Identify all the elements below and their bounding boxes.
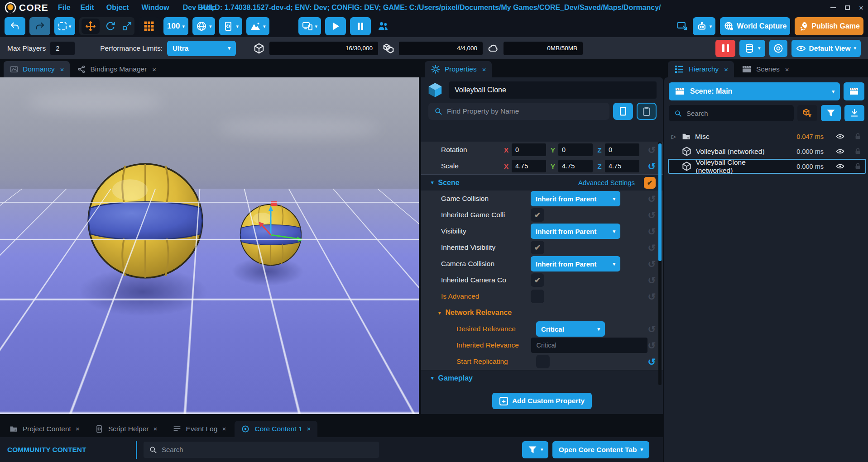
- play-button[interactable]: [325, 17, 346, 35]
- multiplayer-preview-button[interactable]: [377, 20, 389, 33]
- ai-assistant-dropdown[interactable]: ▾: [693, 17, 716, 35]
- section-network-relevance[interactable]: ▾Network Relevance: [421, 305, 663, 321]
- reset-icon[interactable]: ↺: [647, 243, 656, 252]
- close-button[interactable]: ×: [859, 4, 863, 12]
- property-search-input[interactable]: Find Property by Name: [428, 103, 609, 120]
- reset-icon[interactable]: ↺: [647, 194, 656, 204]
- menu-dev[interactable]: Dev: [183, 4, 196, 12]
- script-dropdown[interactable]: ▾: [219, 17, 242, 35]
- z-input[interactable]: 4.75: [605, 160, 639, 172]
- property-row[interactable]: VisibilityInherit from Parent▾↺: [421, 223, 663, 239]
- scene-viewport[interactable]: [0, 77, 419, 414]
- property-row[interactable]: Inherited Visibility↺: [421, 239, 663, 256]
- world-mode-dropdown[interactable]: ▾: [192, 17, 216, 35]
- menu-window[interactable]: Window: [142, 4, 169, 12]
- close-tab-icon[interactable]: ×: [222, 425, 226, 433]
- pause-button[interactable]: [350, 17, 371, 35]
- reset-icon[interactable]: ↺: [647, 341, 656, 350]
- close-tab-icon[interactable]: ×: [482, 66, 486, 73]
- y-input[interactable]: 4.75: [558, 160, 593, 172]
- lock-icon[interactable]: [854, 162, 862, 170]
- section-scene[interactable]: ▾SceneAdvanced Settings✔: [421, 174, 663, 191]
- redo-button[interactable]: [29, 17, 50, 35]
- filter-button[interactable]: [821, 105, 841, 121]
- undo-button[interactable]: [5, 17, 25, 35]
- tab-hierarchy[interactable]: Hierarchy ×: [668, 61, 734, 77]
- tab-event-log[interactable]: Event Log ×: [166, 421, 233, 437]
- maximize-button[interactable]: [845, 5, 850, 10]
- menu-file[interactable]: File: [58, 4, 71, 12]
- close-tab-icon[interactable]: ×: [76, 425, 80, 433]
- property-row[interactable]: RotationX0 Y0 Z0↺: [421, 142, 663, 158]
- reset-icon[interactable]: ↺: [647, 259, 656, 269]
- hierarchy-row-volleyball-networked[interactable]: Volleyball (networked) 0.000 ms: [668, 144, 866, 159]
- property-row[interactable]: Inherited RelevanceCritical↺: [421, 337, 663, 353]
- minimize-button[interactable]: [830, 7, 836, 8]
- performance-limits-dropdown[interactable]: Ultra▾: [167, 41, 236, 56]
- tab-dormancy[interactable]: Dormancy ×: [4, 61, 70, 77]
- hierarchy-search-input[interactable]: Search: [669, 105, 794, 121]
- expander-icon[interactable]: ▷: [671, 133, 677, 140]
- tab-script-helper[interactable]: Script Helper ×: [88, 421, 164, 437]
- advanced-settings-checkbox[interactable]: ✔: [644, 177, 656, 189]
- visibility-eye-icon[interactable]: [836, 147, 844, 156]
- open-core-content-tab-button[interactable]: Open Core Content Tab▾: [552, 441, 649, 458]
- grid-snap-button[interactable]: [139, 17, 159, 35]
- advanced-settings-link[interactable]: Advanced Settings: [578, 179, 635, 186]
- x-input[interactable]: 0: [512, 143, 546, 156]
- properties-scrollbar[interactable]: [658, 142, 662, 385]
- terrain-dropdown[interactable]: ▾: [246, 17, 269, 35]
- dropdown-desired-relevance[interactable]: Critical▾: [536, 321, 605, 337]
- close-tab-icon[interactable]: ×: [152, 66, 156, 73]
- preview-mode-dropdown[interactable]: ▾: [298, 17, 321, 35]
- reset-icon[interactable]: ↺: [647, 227, 656, 236]
- tab-bindings-manager[interactable]: Bindings Manager ×: [71, 61, 162, 77]
- checkbox-start-replicating[interactable]: [536, 355, 550, 368]
- property-row[interactable]: Game CollisionInherit from Parent▾↺: [421, 191, 663, 207]
- checkbox-is-advanced[interactable]: [531, 290, 544, 303]
- dropdown-visibility[interactable]: Inherit from Parent▾: [531, 224, 620, 239]
- screen-share-icon[interactable]: [676, 20, 688, 32]
- object-filter-button[interactable]: [797, 105, 817, 121]
- reset-icon[interactable]: ↺: [647, 357, 656, 367]
- transform-gizmo[interactable]: [253, 200, 316, 255]
- content-search-input[interactable]: Search: [144, 442, 379, 458]
- x-input[interactable]: 4.75: [512, 160, 546, 172]
- property-row[interactable]: Start Replicating↺: [421, 353, 663, 370]
- content-filter-dropdown[interactable]: ▾: [522, 441, 548, 458]
- dropdown-game-collision[interactable]: Inherit from Parent▾: [531, 191, 620, 206]
- tab-properties[interactable]: Properties ×: [425, 61, 492, 77]
- world-capture-button[interactable]: World Capture: [720, 17, 790, 35]
- z-input[interactable]: 0: [605, 143, 639, 156]
- lock-icon[interactable]: [854, 133, 862, 140]
- checkbox-inherited-visibility[interactable]: [531, 241, 544, 254]
- add-custom-property-button[interactable]: + Add Custom Property: [492, 393, 592, 409]
- reset-icon[interactable]: ↺: [647, 276, 656, 285]
- scale-tool-button[interactable]: [121, 21, 132, 32]
- publish-game-button[interactable]: Publish Game: [795, 17, 863, 35]
- paste-properties-button[interactable]: [637, 103, 657, 120]
- property-row[interactable]: Desired RelevanceCritical▾↺: [421, 321, 663, 337]
- scene-selector-dropdown[interactable]: Scene: Main ▾: [669, 82, 840, 100]
- close-tab-icon[interactable]: ×: [785, 66, 789, 73]
- pause-simulation-button[interactable]: [715, 40, 735, 57]
- object-name-input[interactable]: Volleyball Clone: [449, 81, 657, 99]
- max-players-input[interactable]: 2: [50, 42, 75, 55]
- close-tab-icon[interactable]: ×: [153, 425, 158, 433]
- lock-icon[interactable]: [854, 148, 862, 155]
- rotate-tool-button[interactable]: [105, 21, 116, 32]
- default-view-dropdown[interactable]: Default View▾: [791, 40, 861, 57]
- move-tool-button[interactable]: [82, 19, 100, 34]
- hierarchy-row-volleyball-clone-networked[interactable]: Volleyball Clone (networked) 0.000 ms: [668, 159, 866, 174]
- hierarchy-row-misc[interactable]: ▷ Misc 0.047 ms: [668, 129, 866, 144]
- server-dropdown[interactable]: ▾: [739, 40, 765, 57]
- visibility-eye-icon[interactable]: [836, 132, 844, 141]
- reset-icon[interactable]: ↺: [647, 210, 656, 220]
- property-row[interactable]: ScaleX4.75 Y4.75 Z4.75↺: [421, 158, 663, 174]
- dropdown-camera-collision[interactable]: Inherit from Parent▾: [531, 256, 620, 271]
- checkbox-inherited-camera-co[interactable]: [531, 273, 544, 287]
- close-tab-icon[interactable]: ×: [724, 66, 728, 73]
- y-input[interactable]: 0: [558, 143, 593, 156]
- collapse-all-button[interactable]: [844, 105, 864, 121]
- menu-object[interactable]: Object: [106, 4, 129, 12]
